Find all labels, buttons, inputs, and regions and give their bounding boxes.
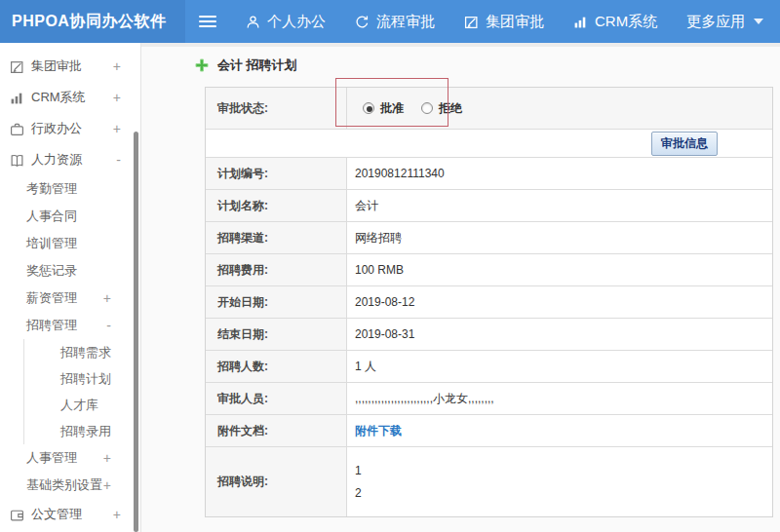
briefcase-icon bbox=[10, 122, 24, 136]
sidebar-item-label: 公文管理 bbox=[31, 506, 82, 523]
sidebar-item-training-mgmt[interactable]: 培训管理 bbox=[0, 230, 140, 257]
sidebar-item-label: 基础类别设置 bbox=[26, 476, 102, 494]
document-icon bbox=[10, 508, 24, 522]
sidebar-scrollbar[interactable] bbox=[134, 132, 138, 532]
field-label: 招聘人数: bbox=[206, 351, 347, 382]
sidebar-item-admin-office[interactable]: 行政办公 + bbox=[0, 113, 140, 144]
sidebar-item-reward-records[interactable]: 奖惩记录 bbox=[0, 257, 140, 285]
sidebar-item-document-mgmt[interactable]: 公文管理 + bbox=[0, 499, 140, 530]
collapse-toggle-icon[interactable]: - bbox=[116, 152, 121, 168]
field-value: 1 2 bbox=[347, 447, 772, 516]
radio-reject[interactable]: 拒绝 bbox=[421, 100, 462, 117]
field-label: 计划编号: bbox=[206, 158, 347, 189]
add-plus-icon[interactable] bbox=[195, 58, 209, 72]
field-value: 批准 拒绝 bbox=[347, 88, 772, 129]
nav-item-crm-system[interactable]: CRM系统 bbox=[573, 13, 657, 31]
sidebar-item-label: 考勤管理 bbox=[26, 180, 77, 198]
approve-info-button[interactable]: 审批信息 bbox=[651, 132, 718, 156]
form-row-headcount: 招聘人数: 1 人 bbox=[206, 351, 772, 383]
field-label: 招聘渠道: bbox=[206, 222, 347, 253]
field-value: 20190812111340 bbox=[347, 158, 772, 189]
expand-toggle-icon[interactable]: + bbox=[113, 507, 121, 522]
nav-item-personal-office[interactable]: 个人办公 bbox=[246, 13, 326, 31]
topbar: PHPOA协同办公软件 个人办公 流程审批 集团审批 CRM系统 bbox=[0, 0, 780, 43]
main-content: 会计 招聘计划 审批状态: 批准 拒绝 bbox=[141, 43, 780, 532]
sidebar-item-salary-mgmt[interactable]: 薪资管理 + bbox=[0, 285, 140, 312]
sidebar-item-recruit-hiring[interactable]: 招聘录用 bbox=[23, 418, 140, 444]
top-nav: 个人办公 流程审批 集团审批 CRM系统 更多应用 bbox=[246, 13, 763, 31]
field-label: 开始日期: bbox=[206, 286, 347, 318]
sidebar-item-label: 薪资管理 bbox=[26, 289, 77, 307]
expand-toggle-icon[interactable]: + bbox=[113, 58, 121, 74]
sidebar-item-talent-pool[interactable]: 人才库 bbox=[23, 392, 140, 418]
radio-approve[interactable]: 批准 bbox=[363, 100, 404, 117]
sidebar-item-human-resources[interactable]: 人力资源 - bbox=[0, 144, 140, 175]
person-icon bbox=[246, 15, 260, 29]
description-line: 2 bbox=[355, 486, 362, 500]
field-value: 100 RMB bbox=[347, 254, 772, 285]
form-row-approvers: 审批人员: ,,,,,,,,,,,,,,,,,,,,,,,,小龙女,,,,,,,… bbox=[206, 383, 772, 415]
sidebar-item-label: 培训管理 bbox=[26, 235, 77, 252]
sidebar-item-attendance-mgmt[interactable]: 考勤管理 bbox=[0, 175, 140, 203]
nav-label: 个人办公 bbox=[267, 13, 326, 31]
book-icon bbox=[10, 153, 24, 168]
expand-toggle-icon[interactable]: + bbox=[113, 121, 121, 136]
form-row-start-date: 开始日期: 2019-08-12 bbox=[206, 286, 772, 319]
sidebar-item-label: 奖惩记录 bbox=[26, 262, 77, 280]
bar-chart-icon bbox=[573, 15, 588, 29]
expand-toggle-icon[interactable]: + bbox=[103, 290, 111, 306]
field-label: 审批状态: bbox=[206, 88, 347, 129]
field-value: 附件下载 bbox=[347, 415, 772, 446]
nav-label: CRM系统 bbox=[595, 13, 657, 31]
nav-label: 流程审批 bbox=[376, 13, 435, 31]
form-row-recruit-channel: 招聘渠道: 网络招聘 bbox=[206, 222, 772, 254]
field-value: 1 人 bbox=[347, 351, 772, 382]
sidebar-item-hr-contracts[interactable]: 人事合同 bbox=[0, 203, 140, 230]
sidebar-item-recruit-mgmt[interactable]: 招聘管理 - bbox=[0, 312, 140, 339]
collapse-toggle-icon[interactable]: - bbox=[106, 318, 111, 333]
recruit-plan-form: 审批状态: 批准 拒绝 bbox=[205, 87, 773, 517]
field-label: 审批人员: bbox=[206, 383, 347, 414]
sidebar-item-group-approval[interactable]: 集团审批 + bbox=[0, 51, 140, 82]
sidebar-item-label: 人事管理 bbox=[26, 449, 77, 467]
radio-checked-icon[interactable] bbox=[363, 102, 374, 114]
edit-icon bbox=[10, 59, 24, 74]
expand-toggle-icon[interactable]: + bbox=[103, 477, 111, 493]
sidebar-item-personnel-mgmt[interactable]: 人事管理 + bbox=[0, 444, 140, 472]
nav-label: 集团审批 bbox=[486, 13, 544, 31]
expand-toggle-icon[interactable]: + bbox=[113, 90, 121, 105]
field-label: 结束日期: bbox=[206, 319, 347, 350]
field-value: 2019-08-12 bbox=[347, 286, 772, 318]
field-label: 附件文档: bbox=[206, 415, 347, 446]
field-label: 招聘费用: bbox=[206, 254, 347, 285]
hamburger-menu-icon[interactable] bbox=[199, 13, 216, 30]
field-label: 招聘说明: bbox=[206, 447, 347, 516]
attachment-download-link[interactable]: 附件下载 bbox=[355, 423, 402, 439]
nav-item-group-approval[interactable]: 集团审批 bbox=[464, 13, 544, 31]
sidebar-item-label: 行政办公 bbox=[31, 120, 82, 137]
form-row-status: 审批状态: 批准 拒绝 bbox=[206, 88, 772, 130]
form-row-end-date: 结束日期: 2019-08-31 bbox=[206, 319, 772, 351]
radio-approve-label: 批准 bbox=[380, 100, 404, 117]
caret-down-icon bbox=[754, 19, 763, 24]
sidebar-item-crm-system[interactable]: CRM系统 + bbox=[0, 82, 140, 113]
field-label: 计划名称: bbox=[206, 190, 347, 221]
sidebar-item-label: 人事合同 bbox=[26, 208, 77, 225]
form-row-recruit-cost: 招聘费用: 100 RMB bbox=[206, 254, 772, 286]
sidebar-item-label: 招聘需求 bbox=[60, 344, 111, 361]
form-row-attachment: 附件文档: 附件下载 bbox=[206, 415, 772, 447]
nav-item-process-approval[interactable]: 流程审批 bbox=[355, 13, 435, 31]
sidebar-item-base-category-settings[interactable]: 基础类别设置 + bbox=[0, 472, 140, 499]
sidebar-item-label: 招聘管理 bbox=[26, 317, 77, 334]
form-row-plan-number: 计划编号: 20190812111340 bbox=[206, 158, 772, 190]
expand-toggle-icon[interactable]: + bbox=[103, 450, 111, 466]
nav-item-more-apps[interactable]: 更多应用 bbox=[686, 13, 763, 31]
form-row-plan-name: 计划名称: 会计 bbox=[206, 190, 772, 222]
radio-unchecked-icon[interactable] bbox=[421, 102, 433, 114]
sidebar: 集团审批 + CRM系统 + 行政办公 + 人力资源 - 考勤管理 bbox=[0, 43, 141, 532]
app-logo: PHPOA协同办公软件 bbox=[0, 0, 185, 43]
sidebar-item-recruit-demand[interactable]: 招聘需求 bbox=[23, 339, 140, 365]
page-title: 会计 招聘计划 bbox=[195, 57, 297, 74]
sidebar-item-recruit-plan[interactable]: 招聘计划 bbox=[23, 365, 140, 392]
field-value: 2019-08-31 bbox=[347, 319, 772, 350]
